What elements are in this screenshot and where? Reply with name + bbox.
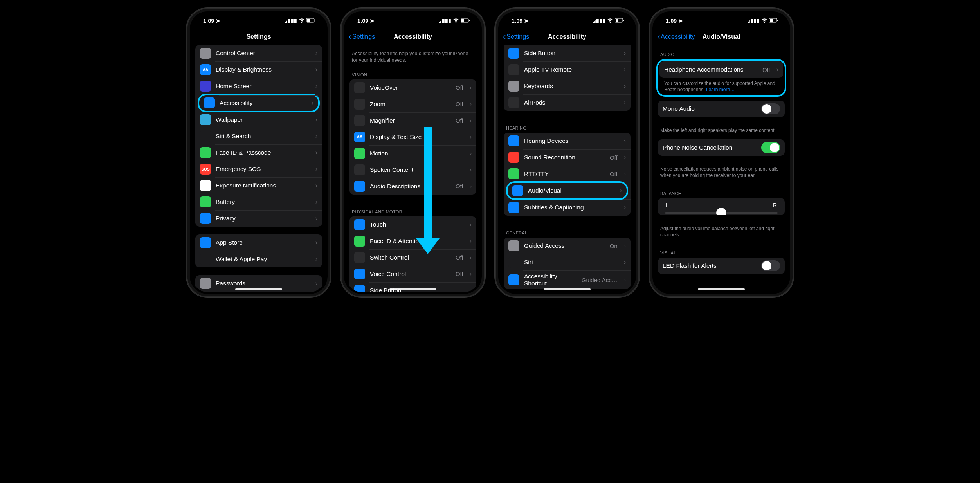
- settings-list[interactable]: Control Center›AADisplay & Brightness›Ho…: [191, 45, 326, 292]
- row-label: App Store: [216, 239, 309, 246]
- list-row[interactable]: Face ID & Passcode›: [195, 144, 322, 161]
- chevron-right-icon: ›: [315, 198, 317, 205]
- notch: [384, 13, 442, 23]
- list-row[interactable]: Side Button›: [349, 282, 476, 292]
- list-row[interactable]: Exposure Notifications›: [195, 177, 322, 194]
- back-label: Accessibility: [661, 33, 695, 40]
- row-icon: [354, 269, 365, 279]
- slider-thumb[interactable]: [716, 208, 726, 215]
- back-label: Settings: [506, 33, 529, 40]
- row-headphone-accommodations[interactable]: Headphone Accommodations Off ›: [659, 61, 783, 78]
- list-row[interactable]: Face ID & Attention›: [349, 233, 476, 249]
- row-value: Guided Acc…: [582, 277, 618, 283]
- balance-slider[interactable]: [665, 212, 778, 214]
- home-indicator[interactable]: [389, 288, 436, 290]
- row-icon: [508, 274, 519, 285]
- home-indicator[interactable]: [544, 288, 591, 290]
- list-row[interactable]: SOSEmergency SOS›: [195, 161, 322, 177]
- row-label: Audio Descriptions: [370, 183, 451, 190]
- list-row[interactable]: Touch›: [349, 216, 476, 233]
- row-label: AirPods: [524, 99, 618, 106]
- row-label: Display & Text Size: [370, 133, 463, 141]
- list-row[interactable]: Spoken Content›: [349, 162, 476, 178]
- toggle-mono-audio[interactable]: [761, 103, 780, 114]
- row-value: Off: [456, 101, 463, 107]
- list-row[interactable]: Voice ControlOff›: [349, 266, 476, 282]
- list-row[interactable]: Accessibility›: [198, 94, 320, 112]
- row-icon: [354, 99, 365, 110]
- chevron-right-icon: ›: [624, 276, 626, 283]
- list-row[interactable]: AADisplay & Text Size›: [349, 129, 476, 145]
- balance-left-label: L: [666, 202, 669, 208]
- row-value: Off: [610, 171, 618, 177]
- row-label: Passwords: [216, 280, 309, 287]
- list-row[interactable]: Battery›: [195, 194, 322, 210]
- learn-more-link[interactable]: Learn more…: [706, 87, 735, 92]
- row-label: Control Center: [216, 50, 309, 57]
- accessibility-list[interactable]: Accessibility features help you customiz…: [346, 45, 480, 292]
- list-row[interactable]: Hearing Devices›: [504, 133, 631, 149]
- back-button[interactable]: ‹ Accessibility: [657, 32, 695, 41]
- row-icon: [508, 48, 519, 59]
- location-icon: ➤: [524, 18, 529, 24]
- list-row[interactable]: Side Button›: [504, 45, 631, 61]
- list-row[interactable]: Audio/Visual›: [506, 181, 628, 200]
- svg-rect-11: [777, 20, 778, 21]
- audio-visual-list[interactable]: AUDIO Headphone Accommodations Off › You…: [654, 45, 789, 292]
- list-row[interactable]: Guided AccessOn›: [504, 238, 631, 254]
- list-row[interactable]: ZoomOff›: [349, 96, 476, 112]
- chevron-right-icon: ›: [315, 239, 317, 246]
- row-icon: [354, 252, 365, 263]
- row-value: Off: [610, 154, 618, 161]
- list-row[interactable]: AADisplay & Brightness›: [195, 61, 322, 78]
- list-row[interactable]: Privacy›: [195, 210, 322, 227]
- row-mono-audio[interactable]: Mono Audio: [658, 101, 785, 117]
- row-led-flash[interactable]: LED Flash for Alerts: [658, 258, 785, 274]
- row-value: On: [610, 243, 618, 249]
- home-indicator[interactable]: [698, 288, 745, 290]
- list-row[interactable]: Apple TV Remote›: [504, 61, 631, 78]
- row-icon: [354, 236, 365, 247]
- list-row[interactable]: Mail›: [195, 292, 322, 292]
- row-icon: [200, 213, 211, 224]
- list-row[interactable]: Wallet & Apple Pay›: [195, 251, 322, 267]
- list-row[interactable]: Siri›: [504, 254, 631, 270]
- list-row[interactable]: Home Screen›: [195, 78, 322, 94]
- list-row[interactable]: Control Center›: [195, 45, 322, 61]
- battery-icon: [769, 18, 778, 24]
- back-button[interactable]: ‹ Settings: [349, 32, 375, 41]
- row-label: Magnifier: [370, 117, 451, 124]
- list-row[interactable]: Audio DescriptionsOff›: [349, 178, 476, 195]
- list-row[interactable]: Keyboards›: [504, 78, 631, 94]
- list-row[interactable]: App Store›: [195, 234, 322, 251]
- back-button[interactable]: ‹ Settings: [503, 32, 529, 41]
- row-label: Switch Control: [370, 254, 451, 261]
- row-icon: [200, 81, 211, 92]
- list-row[interactable]: Wallpaper›: [195, 112, 322, 128]
- toggle-led-flash[interactable]: [761, 260, 780, 271]
- list-row[interactable]: VoiceOverOff›: [349, 79, 476, 96]
- row-noise-cancellation[interactable]: Phone Noise Cancellation: [658, 139, 785, 156]
- intro-text: Accessibility features help you customiz…: [346, 45, 480, 65]
- list-row[interactable]: AirPods›: [504, 94, 631, 111]
- list-row[interactable]: Sound RecognitionOff›: [504, 149, 631, 166]
- list-row[interactable]: Motion›: [349, 145, 476, 162]
- list-row[interactable]: Accessibility ShortcutGuided Acc…›: [504, 270, 631, 289]
- row-label: Touch: [370, 221, 463, 228]
- svg-rect-7: [616, 19, 618, 22]
- list-row[interactable]: MagnifierOff›: [349, 112, 476, 129]
- list-row[interactable]: RTT/TTYOff›: [504, 166, 631, 182]
- footer-balance: Adjust the audio volume balance between …: [654, 223, 789, 243]
- list-row[interactable]: Siri & Search›: [195, 128, 322, 144]
- list-row[interactable]: Switch ControlOff›: [349, 249, 476, 266]
- accessibility-list-scrolled[interactable]: Side Button›Apple TV Remote›Keyboards›Ai…: [500, 45, 634, 292]
- location-icon: ➤: [370, 18, 375, 24]
- chevron-right-icon: ›: [312, 99, 313, 106]
- status-time: 1:09: [357, 18, 368, 24]
- list-row[interactable]: Subtitles & Captioning›: [504, 199, 631, 216]
- row-icon: AA: [354, 132, 365, 142]
- notch: [538, 13, 596, 23]
- nav-bar: ‹ Accessibility Audio/Visual: [654, 29, 789, 45]
- toggle-noise-cancellation[interactable]: [761, 142, 780, 153]
- home-indicator[interactable]: [235, 288, 282, 290]
